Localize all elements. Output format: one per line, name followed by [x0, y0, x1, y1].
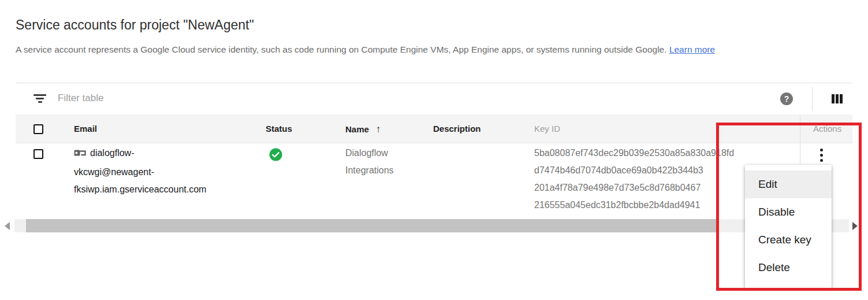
key-id-line: d7474b46d7074db0ace69a0b422b344b3 — [534, 162, 734, 179]
name-cell: Dialogflow Integrations — [345, 145, 394, 179]
filter-icon[interactable] — [33, 94, 46, 103]
learn-more-link[interactable]: Learn more — [669, 45, 715, 54]
table-top-border — [16, 83, 852, 83]
header-email[interactable]: Email — [74, 124, 97, 134]
email-line: dialogflow- — [90, 148, 134, 158]
menu-item-delete[interactable]: Delete — [745, 254, 832, 282]
key-id-cell: 5ba08087ef743dec29b039e2530a85a830a918fd… — [534, 145, 734, 214]
toolbar-divider — [812, 87, 813, 111]
page-title: Service accounts for project "NewAgent" — [16, 17, 254, 33]
status-enabled-icon — [269, 148, 282, 164]
name-line: Integrations — [345, 162, 394, 179]
page-subtitle-text: A service account represents a Google Cl… — [16, 45, 667, 54]
name-line: Dialogflow — [345, 145, 394, 162]
scrollbar-left-arrow[interactable] — [5, 222, 10, 230]
horizontal-scrollbar-thumb[interactable] — [26, 219, 719, 232]
key-id-line: 216555a045edc31b2fbcbbe2b4dad4941 — [534, 197, 734, 214]
header-name[interactable]: Name↑ — [345, 124, 381, 135]
sort-ascending-icon: ↑ — [376, 124, 381, 135]
key-id-line: 5ba08087ef743dec29b039e2530a85a830a918fd — [534, 145, 734, 162]
header-status[interactable]: Status — [266, 124, 292, 134]
row-actions-menu: Edit Disable Create key Delete — [745, 165, 832, 288]
header-description[interactable]: Description — [433, 124, 481, 134]
header-key-id[interactable]: Key ID — [534, 124, 560, 134]
row-checkbox[interactable] — [33, 149, 43, 159]
menu-item-create-key[interactable]: Create key — [745, 226, 832, 254]
help-icon[interactable]: ? — [780, 92, 793, 105]
scrollbar-right-arrow[interactable] — [852, 222, 858, 230]
column-display-icon[interactable] — [832, 94, 843, 103]
header-name-label: Name — [345, 124, 369, 134]
select-all-checkbox[interactable] — [33, 124, 43, 134]
email-line: fksiwp.iam.gserviceaccount.com — [74, 181, 206, 198]
table-header-row: Email Status Name↑ Description Key ID Ac… — [16, 114, 852, 143]
email-cell[interactable]: dialogflow- vkcwgi@newagent- fksiwp.iam.… — [74, 145, 206, 198]
filter-table-input[interactable]: Filter table — [58, 92, 578, 104]
menu-item-edit[interactable]: Edit — [745, 171, 832, 198]
menu-item-disable[interactable]: Disable — [745, 198, 832, 226]
header-actions: Actions — [813, 124, 841, 134]
email-line: vkcwgi@newagent- — [74, 164, 206, 181]
key-id-line: 201a4f78a79e498e7d73e5c8d768b0467 — [534, 179, 734, 197]
row-actions-kebab-icon[interactable] — [815, 147, 827, 163]
page-subtitle: A service account represents a Google Cl… — [16, 45, 715, 55]
service-account-key-icon — [74, 146, 86, 164]
